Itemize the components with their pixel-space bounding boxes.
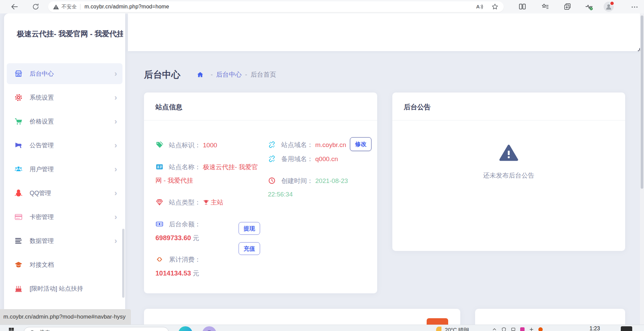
gem-icon bbox=[155, 197, 164, 206]
info-value: q000.cn bbox=[315, 155, 338, 162]
chevron-right-icon: › bbox=[114, 94, 117, 101]
warning-triangle-icon bbox=[499, 143, 519, 163]
taskbar-app-icon-teal[interactable] bbox=[178, 326, 192, 331]
sidebar-item-qq-management[interactable]: QQ管理› bbox=[7, 183, 122, 204]
chevron-right-icon: › bbox=[114, 118, 117, 125]
weather-text[interactable]: 20°C 晴朗 bbox=[445, 327, 469, 331]
chevron-right-icon: › bbox=[114, 142, 117, 149]
windows-taskbar: 搜索 20°C 晴朗 1:23 bbox=[0, 325, 644, 331]
taskbar-search-input[interactable]: 搜索 bbox=[24, 327, 169, 331]
page-scrollbar[interactable] bbox=[640, 13, 644, 325]
favorites-bar-icon[interactable] bbox=[541, 2, 549, 11]
money-icon bbox=[155, 219, 164, 227]
id-card-icon bbox=[155, 162, 164, 170]
sidebar-item-user-management[interactable]: 用户管理› bbox=[7, 159, 122, 180]
sidebar-item-card-key-management[interactable]: 卡密管理› bbox=[7, 207, 122, 227]
page-head: 后台中心 - 后台中心 - 后台首页 bbox=[144, 67, 276, 83]
breadcrumb-separator: - bbox=[245, 71, 247, 78]
home-icon[interactable] bbox=[196, 71, 204, 78]
browser-back-icon[interactable] bbox=[10, 2, 19, 11]
site-info-card-title: 站点信息 bbox=[144, 93, 377, 120]
favorite-star-icon[interactable] bbox=[491, 3, 499, 11]
announcement-card-title: 后台公告 bbox=[392, 93, 625, 120]
taskbar-app-icon-purple[interactable] bbox=[202, 326, 216, 331]
site-brand-title: 极速云代挂- 我爱官网 - 我爱代挂 bbox=[4, 13, 123, 39]
announcement-empty-state: 还未发布后台公告 bbox=[392, 123, 625, 180]
spend-icon bbox=[155, 255, 164, 263]
grad-cap-icon bbox=[14, 260, 23, 269]
info-value: 主站 bbox=[211, 199, 223, 206]
security-label: 不安全 bbox=[62, 4, 77, 10]
status-bar-link: m.coybr.cn/admin.php?mod=home#navbar-hys… bbox=[0, 309, 131, 325]
modify-domain-button[interactable]: 修改 bbox=[350, 137, 371, 151]
sidebar-item-announcement-management[interactable]: 公告管理› bbox=[7, 135, 122, 156]
announcement-empty-text: 还未发布后台公告 bbox=[392, 171, 625, 180]
announcement-card: 后台公告 还未发布后台公告 bbox=[392, 93, 625, 251]
info-row: 累计消费：1014134.53 元 bbox=[155, 253, 262, 280]
not-secure-warning-icon bbox=[53, 4, 59, 10]
info-row: 站点类型：主站 bbox=[155, 196, 262, 209]
unlink-icon bbox=[268, 154, 276, 162]
taskbar-clock[interactable]: 1:23 bbox=[589, 326, 600, 331]
clock-icon bbox=[268, 176, 276, 184]
show-desktop-button[interactable] bbox=[621, 326, 632, 331]
app-topbar: Admin bbox=[128, 13, 644, 51]
sidebar: 极速云代挂- 我爱官网 - 我爱代挂 后台中心›系统设置›价格设置›公告管理›用… bbox=[4, 13, 125, 325]
search-icon bbox=[29, 329, 36, 331]
sidebar-scrollbar[interactable] bbox=[122, 229, 124, 298]
sidebar-item-backend-center[interactable]: 后台中心› bbox=[7, 63, 122, 84]
gear-icon bbox=[14, 93, 23, 102]
list-icon bbox=[14, 236, 23, 245]
store-icon bbox=[14, 69, 23, 78]
trophy-icon bbox=[203, 197, 209, 203]
tray-device-icon bbox=[511, 327, 516, 331]
chevron-right-icon: › bbox=[114, 166, 117, 173]
system-tray[interactable] bbox=[492, 327, 543, 331]
sidebar-item-docking-docs[interactable]: 对接文档 bbox=[7, 254, 122, 275]
info-row: 站点标识：1000 bbox=[155, 139, 262, 152]
tray-chevron-icon bbox=[492, 327, 497, 331]
browser-essentials-icon[interactable] bbox=[585, 2, 594, 11]
sidebar-item-price-settings[interactable]: 价格设置› bbox=[7, 111, 122, 132]
breadcrumb-section[interactable]: 后台中心 bbox=[216, 70, 242, 79]
sidebar-item-data-management[interactable]: 数据管理› bbox=[7, 230, 122, 251]
collections-icon[interactable] bbox=[563, 2, 572, 11]
profile-notification-dot bbox=[610, 1, 614, 6]
svg-text:A: A bbox=[476, 4, 480, 9]
url-text[interactable]: m.coybr.cn/admin.php?mod=home bbox=[84, 4, 169, 10]
start-button-icon[interactable] bbox=[8, 327, 14, 331]
search-placeholder: 搜索 bbox=[39, 329, 50, 331]
info-row: 站点名称：极速云代挂- 我爱官网 - 我爱代挂 bbox=[155, 160, 262, 187]
recharge-button[interactable]: 充值 bbox=[239, 242, 260, 255]
info-value: 1000 bbox=[203, 142, 217, 149]
chevron-right-icon: › bbox=[114, 237, 117, 244]
tray-shield-icon bbox=[501, 327, 506, 331]
browser-menu-icon[interactable] bbox=[631, 3, 639, 11]
sidebar-item-site-support[interactable]: [限时活动] 站点扶持 bbox=[7, 278, 122, 299]
unlink-icon bbox=[268, 140, 276, 148]
tray-pink-icon bbox=[520, 327, 525, 331]
page-title: 后台中心 bbox=[144, 69, 180, 81]
chevron-right-icon: › bbox=[114, 214, 117, 220]
cart-icon bbox=[14, 117, 23, 126]
info-row: 创建时间：2021-08-23 22:56:34 bbox=[268, 174, 369, 201]
tray-orange-icon bbox=[538, 327, 543, 331]
address-bar[interactable]: 不安全 m.coybr.cn/admin.php?mod=home A bbox=[48, 1, 504, 12]
page-scrollbar-thumb[interactable] bbox=[641, 15, 643, 189]
breadcrumb-separator: - bbox=[211, 71, 213, 78]
tags-icon bbox=[155, 140, 164, 148]
sidebar-item-system-settings[interactable]: 系统设置› bbox=[7, 87, 122, 108]
weather-icon[interactable] bbox=[436, 327, 441, 331]
info-row: 备用域名：q000.cn bbox=[268, 152, 376, 166]
browser-profile-icon[interactable] bbox=[604, 2, 614, 12]
tray-plus-icon bbox=[529, 327, 534, 331]
split-screen-icon[interactable] bbox=[518, 2, 527, 11]
info-value: m.coybr.cn bbox=[315, 141, 346, 148]
credit-card-icon bbox=[14, 213, 23, 221]
read-aloud-icon[interactable]: A bbox=[475, 3, 484, 11]
withdraw-button[interactable]: 提现 bbox=[239, 222, 260, 235]
info-value: 6989733.60 bbox=[155, 234, 191, 242]
sidebar-menu: 后台中心›系统设置›价格设置›公告管理›用户管理›QQ管理›卡密管理›数据管理›… bbox=[4, 63, 125, 302]
browser-refresh-icon[interactable] bbox=[32, 3, 40, 11]
browser-toolbar: 不安全 m.coybr.cn/admin.php?mod=home A bbox=[0, 0, 644, 13]
